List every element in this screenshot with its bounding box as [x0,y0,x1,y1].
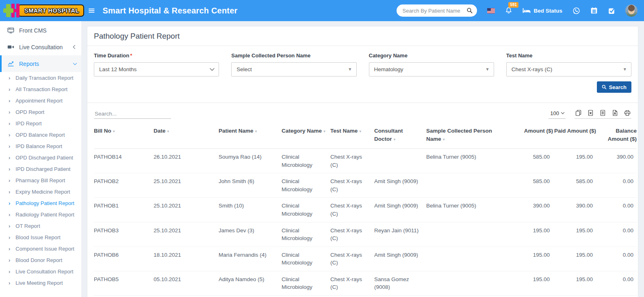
subitem-label: Live Consultation Report [15,269,73,275]
bed-status-button[interactable]: Bed Status [523,8,562,14]
col-amount[interactable]: Amount ($) [512,124,553,149]
patient-search-input[interactable] [402,8,466,14]
sidebar-subitem-radiology-patient-report[interactable]: ›Radiology Patient Report [0,209,81,220]
bed-icon [523,8,531,14]
sidebar-subitem-daily-transaction-report[interactable]: ›Daily Transaction Report [0,72,81,83]
hamburger-menu-icon[interactable]: ≡ [88,6,95,15]
chevron-right-icon: › [9,98,10,103]
time-duration-select[interactable]: Last 12 Months [94,62,219,76]
sidebar-subitem-pharmacy-bill-report[interactable]: ›Pharmacy Bill Report [0,175,81,186]
sort-icon: ▾ [359,129,361,133]
total-amount-value: 2145.00 [512,295,553,297]
col-sample-collected-person[interactable]: Sample Collected Person Name▾ [426,124,512,149]
language-flag-button[interactable] [487,8,495,13]
col-consultant-doctor[interactable]: Consultant Doctor▾ [374,124,426,149]
sidebar-subitem-all-transaction-report[interactable]: ›All Transaction Report [0,83,81,95]
sidebar-item-label: Front CMS [19,27,47,34]
dropdown-arrow-icon: ▼ [486,68,489,71]
total-paid-value: 1755.00 [553,295,596,297]
test-name-label: Test Name [506,52,631,59]
sidebar-item-live-consultation[interactable]: Live Consultation [0,39,81,55]
col-patient-name[interactable]: Patient Name▾ [219,124,282,149]
sidebar-subitem-ipd-report[interactable]: ›IPD Report [0,118,81,129]
search-icon[interactable] [466,7,473,14]
pdf-export-icon[interactable] [612,110,618,116]
table-row[interactable]: PATHOB225.10.2021John Smith (6)Clinical … [94,173,637,198]
sidebar-subitem-blood-donor-report[interactable]: ›Blood Donor Report [0,254,81,266]
sidebar-subitem-opd-balance-report[interactable]: ›OPD Balance Report [0,129,81,140]
col-bill-no[interactable]: Bill No▾ [94,124,154,149]
subitem-label: IPD Balance Report [15,143,62,149]
category-select[interactable]: Hematology ▼ [369,62,494,76]
sidebar-item-front-cms[interactable]: Front CMS [0,22,81,39]
print-icon[interactable] [624,110,631,116]
notifications-button[interactable]: 591 [505,7,512,14]
csv-export-icon[interactable] [600,110,606,116]
sidebar-subitem-opd-report[interactable]: ›OPD Report [0,106,81,118]
col-date[interactable]: Date▾ [154,124,219,149]
subitem-label: Radiology Patient Report [15,212,74,218]
col-category-name[interactable]: Category Name▾ [282,124,330,149]
chevron-right-icon: › [9,201,10,206]
sidebar-subitem-appointment-report[interactable]: ›Appointment Report [0,95,81,106]
sidebar-subitem-live-meeting-report[interactable]: ›Live Meeting Report [0,277,81,288]
sidebar-subitem-blood-issue-report[interactable]: ›Blood Issue Report [0,231,81,243]
calendar-button[interactable] [590,7,598,14]
sidebar-item-reports[interactable]: Reports [0,55,81,72]
col-balance-amount[interactable]: Balance Amount ($) [596,124,637,149]
whatsapp-button[interactable] [572,7,580,15]
chevron-right-icon: › [9,246,10,251]
table-row[interactable]: PATHOB505.10.2021Aditya Namdeo (5)Clinic… [94,271,637,295]
sidebar-subitem-ipd-discharged-patient[interactable]: ›IPD Discharged Patient [0,163,81,175]
subitem-label: Blood Donor Report [15,257,62,263]
subitem-label: Pathology Patient Report [15,200,74,206]
excel-export-icon[interactable] [588,110,594,116]
page-size-select[interactable]: 100 [549,109,566,119]
notification-count-badge: 591 [508,2,518,8]
sidebar-subitem-pathology-patient-report[interactable]: ›Pathology Patient Report [0,197,81,209]
table-row[interactable]: PATHOB1426.10.2021Soumya Rao (14)Clinica… [94,149,637,173]
bed-status-label: Bed Status [533,8,562,14]
brand-logo[interactable]: SMART HOSPITAL [0,0,81,21]
subitem-label: OT Report [15,223,40,229]
sidebar-subitem-ot-report[interactable]: ›OT Report [0,220,81,231]
bell-icon [505,7,512,14]
chevron-right-icon: › [9,121,10,126]
table-search-input[interactable] [94,109,171,119]
sidebar-subitem-opd-discharged-patient[interactable]: ›OPD Discharged Patient [0,152,81,163]
category-label: Category Name [369,52,494,59]
table-header-row: Bill No▾ Date▾ Patient Name▾ Category Na… [94,124,637,149]
sidebar-subitem-expiry-medicine-report[interactable]: ›Expiry Medicine Report [0,186,81,197]
chevron-right-icon: › [9,75,10,81]
sample-person-label: Sample Collected Person Name [231,52,356,59]
sample-person-select[interactable]: Select ▼ [231,62,356,76]
sidebar: Front CMS Live Consultation Reports ›Dai… [0,21,81,297]
app-title: Smart Hospital & Research Center [102,6,237,15]
user-menu-button[interactable] [625,4,637,17]
sort-icon: ▾ [443,137,445,142]
col-test-name[interactable]: Test Name▾ [330,124,374,149]
tasks-button[interactable] [608,7,615,14]
sidebar-subitem-live-consultation-report[interactable]: ›Live Consultation Report [0,266,81,277]
chevron-right-icon: › [9,223,10,229]
sidebar-subitem-component-issue-report[interactable]: ›Component Issue Report [0,243,81,254]
total-row: Total Amount: 2145.00 1755.00 390.00 [94,295,637,297]
chevron-down-icon [73,61,77,65]
chevron-right-icon: › [9,144,10,149]
subitem-label: OPD Balance Report [15,132,65,138]
chevron-right-icon: › [9,132,10,138]
subitem-label: OPD Report [15,109,44,115]
subitem-label: Blood Issue Report [15,234,61,240]
test-name-select[interactable]: Chest X-rays (C) ▼ [506,62,631,76]
search-button[interactable]: Search [597,81,631,93]
table-row[interactable]: PATHOB618.10.2021Maria Fernandis (4)Clin… [94,247,637,271]
chevron-right-icon: › [9,212,10,217]
total-amount-label: Total Amount: [426,295,512,297]
copy-icon[interactable] [575,110,581,116]
col-paid-amount[interactable]: Paid Amount ($) [553,124,596,149]
chevron-right-icon: › [9,87,10,92]
table-row[interactable]: PATHOB325.10.2021James Dev (3)Clinical M… [94,222,637,247]
sidebar-subitem-ipd-balance-report[interactable]: ›IPD Balance Report [0,140,81,152]
patient-search[interactable] [397,4,477,17]
table-row[interactable]: PATHOB125.10.2021Smith (10)Clinical Micr… [94,198,637,222]
